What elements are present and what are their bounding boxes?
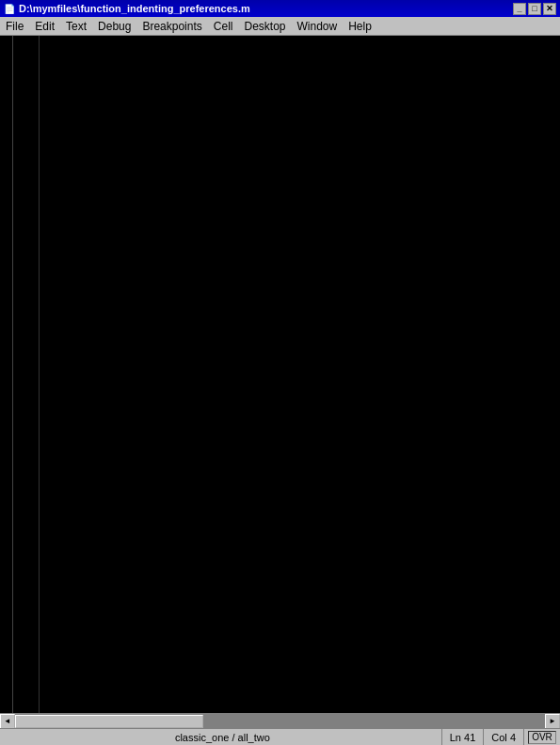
menu-edit[interactable]: Edit xyxy=(29,17,60,35)
editor-container: ◄ ► xyxy=(0,36,560,728)
scope-text: classic_one / all_two xyxy=(175,732,270,743)
maximize-button[interactable]: □ xyxy=(528,3,541,15)
title-bar: 📄 D:\mymfiles\function_indenting_prefere… xyxy=(0,0,560,17)
scope-display: classic_one / all_two xyxy=(4,729,442,745)
col-display: Col 4 xyxy=(484,729,524,745)
ln-value: 41 xyxy=(464,732,475,743)
ovr-text: OVR xyxy=(532,732,552,742)
menu-cell[interactable]: Cell xyxy=(208,17,239,35)
col-label: Col xyxy=(491,732,507,743)
title-bar-left: 📄 D:\mymfiles\function_indenting_prefere… xyxy=(4,3,250,14)
horizontal-scrollbar[interactable]: ◄ ► xyxy=(0,713,560,728)
editor-body xyxy=(0,36,560,713)
menu-help[interactable]: Help xyxy=(343,17,377,35)
menu-debug[interactable]: Debug xyxy=(92,17,136,35)
status-bar: classic_one / all_two Ln 41 Col 4 OVR xyxy=(0,728,560,745)
menu-file[interactable]: File xyxy=(0,17,29,35)
menu-desktop[interactable]: Desktop xyxy=(238,17,291,35)
title-bar-buttons: _ □ ✕ xyxy=(513,3,556,15)
menu-text[interactable]: Text xyxy=(60,17,92,35)
scroll-left-arrow[interactable]: ◄ xyxy=(0,714,15,729)
ln-label: Ln xyxy=(450,732,461,743)
scroll-right-arrow[interactable]: ► xyxy=(545,714,560,729)
col-value: 4 xyxy=(510,732,516,743)
ln-display: Ln 41 xyxy=(442,729,485,745)
minimize-button[interactable]: _ xyxy=(513,3,526,15)
menu-window[interactable]: Window xyxy=(292,17,344,35)
menu-breakpoints[interactable]: Breakpoints xyxy=(136,17,207,35)
scroll-track[interactable] xyxy=(15,714,545,729)
close-button[interactable]: ✕ xyxy=(543,3,556,15)
code-area[interactable] xyxy=(40,36,560,713)
app-icon: 📄 xyxy=(4,4,15,14)
ovr-indicator: OVR xyxy=(528,731,556,744)
scroll-thumb[interactable] xyxy=(15,715,203,728)
menu-bar: File Edit Text Debug Breakpoints Cell De… xyxy=(0,17,560,36)
title-text: D:\mymfiles\function_indenting_preferenc… xyxy=(19,3,250,14)
breakpoint-column xyxy=(0,36,13,713)
line-numbers xyxy=(13,36,40,713)
